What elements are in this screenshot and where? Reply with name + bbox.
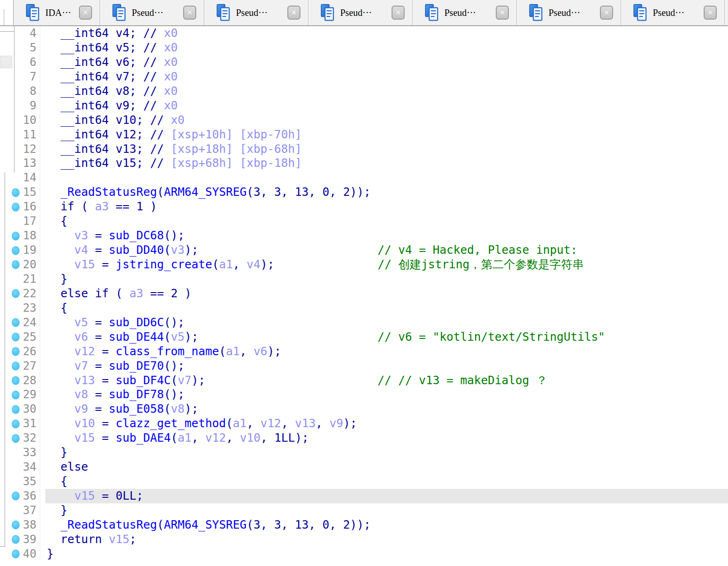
code-text[interactable]: v10 = clazz_get_method(a1, v12, v13, v9)… <box>45 416 728 431</box>
gutter[interactable]: 7 <box>0 70 40 84</box>
breakpoint-dot[interactable] <box>12 521 20 530</box>
code-text[interactable]: } <box>45 547 728 561</box>
gutter[interactable]: 19 <box>0 243 40 258</box>
code-text[interactable]: v3 = sub_DC68(); <box>45 229 728 243</box>
code-text[interactable]: v6 = sub_DE44(v5); // v6 = "kotlin/text/… <box>45 330 728 344</box>
breakpoint-dot[interactable] <box>12 347 20 356</box>
tab-0[interactable]: IDA··· ✕ <box>13 0 100 25</box>
breakpoint-dot[interactable] <box>12 318 20 327</box>
tab-6[interactable]: Pseud··· ✕ <box>621 0 725 25</box>
code-text[interactable]: v4 = sub_DD40(v3); // v4 = Hacked, Pleas… <box>45 243 728 258</box>
tab-close-icon[interactable]: ✕ <box>183 6 196 20</box>
code-text[interactable]: __int64 v10; // x0 <box>45 113 728 128</box>
gutter[interactable]: 28 <box>0 373 40 388</box>
code-text[interactable]: v15 = 0LL; <box>45 489 728 503</box>
gutter[interactable]: 9 <box>0 99 40 113</box>
gutter[interactable]: 21 <box>0 272 40 287</box>
code-text[interactable]: v13 = sub_DF4C(v7); // // v13 = makeDial… <box>45 373 728 388</box>
breakpoint-dot[interactable] <box>12 434 20 443</box>
gutter[interactable]: 32 <box>0 431 40 445</box>
code-text[interactable]: __int64 v9; // x0 <box>45 99 728 113</box>
breakpoint-dot[interactable] <box>12 260 20 269</box>
gutter[interactable]: 26 <box>0 344 40 359</box>
breakpoint-dot[interactable] <box>12 188 20 197</box>
code-text[interactable]: if ( a3 == 1 ) <box>45 200 728 214</box>
breakpoint-dot[interactable] <box>12 362 20 371</box>
tab-close-icon[interactable]: ✕ <box>704 6 717 20</box>
breakpoint-dot[interactable] <box>12 333 20 342</box>
code-text[interactable]: __int64 v5; // x0 <box>45 41 728 55</box>
code-text[interactable]: v15 = jstring_create(a1, v4); // 创建jstri… <box>45 258 728 272</box>
gutter[interactable]: 34 <box>0 460 40 474</box>
code-text[interactable]: } <box>45 503 728 518</box>
breakpoint-dot[interactable] <box>12 535 20 544</box>
gutter[interactable]: 23 <box>0 301 40 315</box>
dock-splitter-vertical-lower[interactable] <box>5 172 5 546</box>
gutter[interactable]: 11 <box>0 128 40 142</box>
gutter[interactable]: 36 <box>0 489 40 503</box>
code-text[interactable]: } <box>45 445 728 460</box>
tab-5[interactable]: Pseud··· ✕ <box>516 0 621 25</box>
gutter[interactable]: 12 <box>0 142 40 157</box>
tab-1[interactable]: Pseud··· ✕ <box>100 0 204 25</box>
code-text[interactable]: { <box>45 301 728 315</box>
breakpoint-dot[interactable] <box>12 390 20 399</box>
code-text[interactable]: v8 = sub_DF78(); <box>45 387 728 402</box>
code-text[interactable]: __int64 v15; // [xsp+68h] [xbp-18h] <box>45 156 728 171</box>
gutter[interactable]: 15 <box>0 185 40 200</box>
gutter[interactable]: 33 <box>0 445 40 460</box>
scrollbar-thumb[interactable] <box>0 56 12 68</box>
tab-2[interactable]: Pseud··· ✕ <box>204 0 308 25</box>
code-text[interactable]: else if ( a3 == 2 ) <box>45 287 728 301</box>
gutter[interactable]: 30 <box>0 402 40 416</box>
gutter[interactable]: 29 <box>0 387 40 402</box>
breakpoint-dot[interactable] <box>12 202 20 211</box>
code-text[interactable]: v7 = sub_DE70(); <box>45 359 728 373</box>
code-text[interactable]: v9 = sub_E058(v8); <box>45 402 728 416</box>
code-text[interactable]: { <box>45 214 728 229</box>
breakpoint-dot[interactable] <box>12 231 20 240</box>
tab-close-icon[interactable]: ✕ <box>496 6 509 20</box>
gutter[interactable]: 4 <box>0 26 40 41</box>
tab-close-icon[interactable]: ✕ <box>287 6 300 20</box>
code-text[interactable]: __int64 v7; // x0 <box>45 70 728 84</box>
gutter[interactable]: 10 <box>0 113 40 128</box>
tab-close-icon[interactable]: ✕ <box>600 6 613 20</box>
gutter[interactable]: 39 <box>0 532 40 547</box>
code-text[interactable]: _ReadStatusReg(ARM64_SYSREG(3, 3, 13, 0,… <box>45 518 728 532</box>
breakpoint-dot[interactable] <box>12 246 20 255</box>
code-text[interactable]: { <box>45 474 728 489</box>
gutter[interactable]: 37 <box>0 503 40 518</box>
code-text[interactable]: __int64 v4; // x0 <box>45 26 728 41</box>
gutter[interactable]: 38 <box>0 518 40 532</box>
code-text[interactable]: __int64 v6; // x0 <box>45 55 728 70</box>
code-text[interactable]: } <box>45 272 728 287</box>
breakpoint-dot[interactable] <box>12 550 20 559</box>
gutter[interactable]: 40 <box>0 547 40 561</box>
tab-close-icon[interactable]: ✕ <box>392 6 405 20</box>
tab-close-icon[interactable]: ✕ <box>79 6 92 20</box>
tab-4[interactable]: Pseud··· ✕ <box>412 0 516 25</box>
gutter[interactable]: 17 <box>0 214 40 229</box>
gutter[interactable]: 31 <box>0 416 40 431</box>
dock-splitter-vertical-upper[interactable] <box>14 26 14 172</box>
code-text[interactable]: __int64 v8; // x0 <box>45 84 728 99</box>
breakpoint-dot[interactable] <box>12 376 20 385</box>
breakpoint-dot[interactable] <box>12 289 20 298</box>
gutter[interactable]: 20 <box>0 258 40 272</box>
code-text[interactable]: v15 = sub_DAE4(a1, v12, v10, 1LL); <box>45 431 728 445</box>
gutter[interactable]: 14 <box>0 171 40 185</box>
tab-3[interactable]: Pseud··· ✕ <box>308 0 412 25</box>
breakpoint-dot[interactable] <box>12 419 20 428</box>
gutter[interactable]: 16 <box>0 200 40 214</box>
breakpoint-dot[interactable] <box>12 492 20 501</box>
breakpoint-dot[interactable] <box>12 405 20 414</box>
gutter[interactable]: 18 <box>0 229 40 243</box>
code-text[interactable]: __int64 v12; // [xsp+10h] [xbp-70h] <box>45 128 728 142</box>
code-text[interactable]: v5 = sub_DD6C(); <box>45 315 728 330</box>
code-text[interactable]: __int64 v13; // [xsp+18h] [xbp-68h] <box>45 142 728 157</box>
code-text[interactable]: v12 = class_from_name(a1, v6); <box>45 344 728 359</box>
gutter[interactable]: 35 <box>0 474 40 489</box>
gutter[interactable]: 24 <box>0 315 40 330</box>
gutter[interactable]: 25 <box>0 330 40 344</box>
